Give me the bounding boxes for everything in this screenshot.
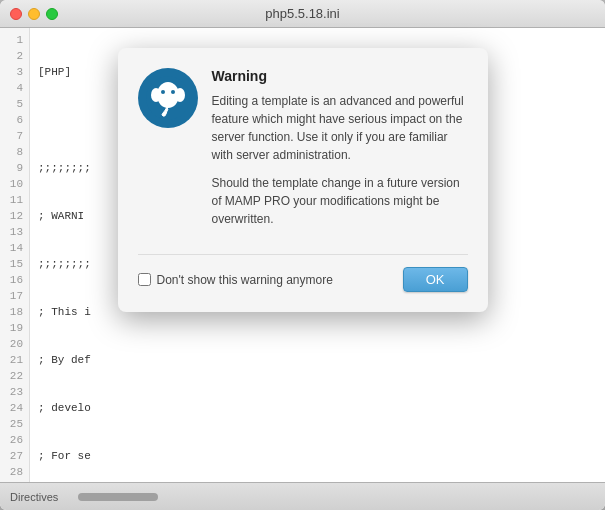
close-button[interactable] [10,8,22,20]
mamp-logo-svg [145,75,191,121]
minimize-button[interactable] [28,8,40,20]
titlebar: php5.5.18.ini [0,0,605,28]
dialog-header: Warning Editing a template is an advance… [138,68,468,228]
dialog-footer: Don't show this warning anymore OK [138,267,468,292]
main-content: 12345 678910 1112131415 1617181920 21222… [0,28,605,482]
main-window: php5.5.18.ini 12345 678910 1112131415 16… [0,0,605,510]
window-controls [10,8,58,20]
elephant-eye-left [161,90,165,94]
elephant-ear-right [175,88,185,102]
dialog-text: Warning Editing a template is an advance… [212,68,468,228]
dialog-body2: Should the template change in a future v… [212,174,468,228]
dont-show-label[interactable]: Don't show this warning anymore [157,273,333,287]
dialog-overlay: Warning Editing a template is an advance… [0,28,605,482]
maximize-button[interactable] [46,8,58,20]
bottom-bar: Directives [0,482,605,510]
warning-dialog: Warning Editing a template is an advance… [118,48,488,312]
ok-button[interactable]: OK [403,267,468,292]
elephant-ear-left [151,88,161,102]
bottom-bar-text: Directives [10,491,58,503]
dont-show-row: Don't show this warning anymore [138,273,333,287]
dont-show-checkbox[interactable] [138,273,151,286]
mamp-icon [138,68,198,128]
dialog-title: Warning [212,68,468,84]
dialog-divider [138,254,468,255]
window-title: php5.5.18.ini [265,6,339,21]
elephant-eye-right [171,90,175,94]
scrollbar-thumb[interactable] [78,493,158,501]
dialog-body1: Editing a template is an advanced and po… [212,92,468,164]
